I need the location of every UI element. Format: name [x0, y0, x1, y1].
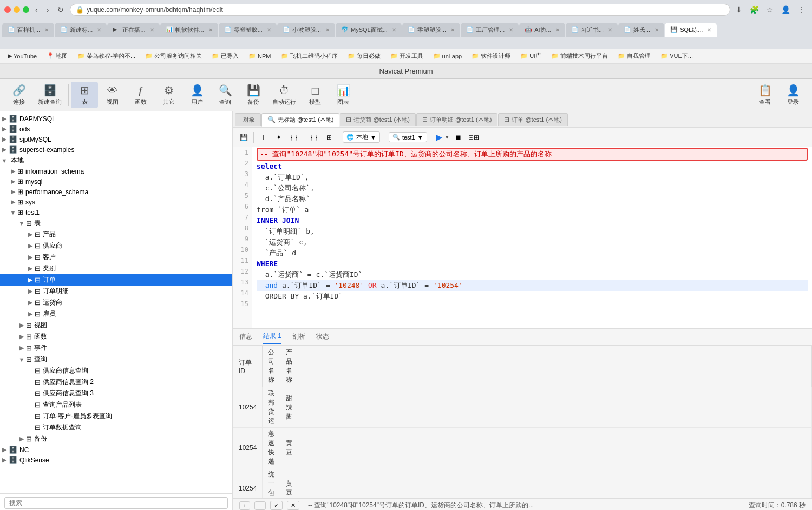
run-dropdown-btn[interactable]: ▼ — [444, 134, 450, 140]
tab-close-btn[interactable]: ✕ — [392, 27, 396, 33]
result-row[interactable]: 10254统一包裹黄豆 — [233, 468, 812, 499]
toolbar-item-用户[interactable]: 👤用户 — [184, 82, 211, 108]
bookmark-item[interactable]: 📁VUE下... — [657, 51, 696, 61]
sidebar-tree-item[interactable]: ⊟订单-客户-雇员多表查询 — [0, 410, 232, 422]
result-table-wrap[interactable]: 订单ID公司名称产品名称10254联邦货运甜辣酱10254急速快递黄豆10254… — [233, 345, 812, 498]
sidebar-tree-item[interactable]: ▶🗄️QlikSense — [0, 455, 232, 465]
sidebar-tree-item[interactable]: ▶⊞sys — [0, 197, 232, 207]
tab-close-btn[interactable]: ✕ — [325, 27, 330, 33]
toolbar-item-图表[interactable]: 📊图表 — [330, 82, 357, 108]
text-btn[interactable]: T — [257, 131, 270, 144]
sidebar-tree-item[interactable]: ▶⊟运货商 — [0, 297, 232, 308]
download-btn[interactable]: ⬇ — [734, 4, 744, 15]
db-selector[interactable]: 🔍 test1 ▼ — [389, 132, 427, 142]
sidebar-tree-item[interactable]: ▶⊞函数 — [0, 331, 232, 342]
bookmark-item[interactable]: 📁每日必做 — [344, 51, 384, 61]
content-tab[interactable]: ⊟订单明细 @test1 (本地) — [416, 113, 497, 126]
sidebar-tree-item[interactable]: ▶⊞mysql — [0, 176, 232, 187]
browser-tab[interactable]: ▶正在播...✕ — [107, 23, 159, 37]
toolbar-item-表[interactable]: ⊞表 — [71, 82, 98, 108]
browser-tab[interactable]: 📄零塑塑胶...✕ — [219, 23, 277, 37]
browser-tab[interactable]: 💾SQL练...✕ — [665, 23, 717, 37]
sidebar-tree-item[interactable]: ▼本地 — [0, 155, 232, 166]
bookmark-item[interactable]: 📁菜鸟教程-学的不... — [74, 51, 139, 61]
bookmark-item[interactable]: 📁前端技术同行平台 — [548, 51, 611, 61]
run-query-btn[interactable]: ▶ — [436, 132, 442, 142]
bookmark-item[interactable]: 📁NPM — [245, 51, 274, 61]
sidebar-tree-item[interactable]: ▶⊟雇员 — [0, 308, 232, 320]
sidebar-tree-item[interactable]: ▼⊞test1 — [0, 207, 232, 217]
menu-btn[interactable]: ⋮ — [796, 4, 808, 15]
add-row-btn[interactable]: + — [239, 501, 250, 510]
maximize-window-btn[interactable] — [23, 6, 29, 13]
result-tab[interactable]: 剖析 — [292, 330, 305, 343]
tab-close-btn[interactable]: ✕ — [150, 27, 154, 33]
bookmark-item[interactable]: 📍地图 — [43, 51, 71, 61]
browser-tab[interactable]: 📄工厂管理...✕ — [461, 23, 519, 37]
toolbar-item-视图[interactable]: 👁视图 — [99, 82, 126, 108]
minimize-window-btn[interactable] — [14, 6, 20, 13]
result-tab[interactable]: 状态 — [316, 330, 329, 343]
tab-close-btn[interactable]: ✕ — [44, 27, 49, 33]
address-bar[interactable]: 🔒 yuque.com/monkey-omrun/bdhtqm/haqhtm/e… — [70, 4, 730, 16]
result-row[interactable]: 10254急速快递黄豆 — [233, 428, 812, 468]
sidebar-tree-item[interactable]: ▶⊟订单明细 — [0, 286, 232, 297]
bookmark-item[interactable]: 📁UI库 — [517, 51, 545, 61]
sidebar-tree-item[interactable]: ▼⊞查询 — [0, 354, 232, 365]
save-query-btn[interactable]: 💾 — [237, 131, 250, 144]
browser-tab[interactable]: 🐬MySQL面试...✕ — [336, 23, 402, 37]
content-tab[interactable]: 🔍无标题 @test1 (本地) — [261, 113, 339, 127]
back-button[interactable]: ‹ — [32, 4, 41, 15]
sidebar-tree-item[interactable]: ▶⊟订单 — [0, 274, 232, 286]
bracket-btn[interactable]: { } — [287, 131, 300, 144]
tab-close-btn[interactable]: ✕ — [267, 27, 271, 33]
bookmark-item[interactable]: 📁开发工具 — [387, 51, 427, 61]
sidebar-tree-item[interactable]: ⊟供应商信息查询 3 — [0, 388, 232, 399]
tab-close-btn[interactable]: ✕ — [555, 27, 560, 33]
table-btn[interactable]: ⊞ — [323, 131, 336, 144]
bookmark-item[interactable]: 📁飞机二维码小程序 — [278, 51, 341, 61]
bookmark-item[interactable]: 📁自我管理 — [614, 51, 654, 61]
remove-row-btn[interactable]: − — [254, 501, 265, 510]
sidebar-tree-item[interactable]: ⊟订单数据查询 — [0, 422, 232, 433]
format-btn[interactable]: ✦ — [272, 131, 285, 144]
sidebar-tree-item[interactable]: ▶⊞备份 — [0, 433, 232, 445]
bookmark-item[interactable]: 📁软件设计师 — [468, 51, 514, 61]
toolbar-item-查询[interactable]: 🔍查询 — [212, 82, 239, 108]
browser-tab[interactable]: 📊帆软软件...✕ — [160, 23, 218, 37]
content-tab[interactable]: ⊟订单 @test1 (本地) — [498, 113, 567, 126]
browser-tab[interactable]: 📄百样机...✕ — [2, 23, 54, 37]
tab-close-btn[interactable]: ✕ — [654, 27, 659, 33]
env-selector[interactable]: 🌐 本地 ▼ — [343, 131, 380, 143]
browser-tab[interactable]: 📄姓氏...✕ — [618, 23, 664, 37]
toolbar-item-函数[interactable]: ƒ函数 — [127, 82, 154, 108]
content-tab[interactable]: 对象 — [235, 113, 261, 126]
sidebar-tree-item[interactable]: ▶🗄️ods — [0, 124, 232, 134]
profile-btn[interactable]: 👤 — [779, 4, 793, 15]
bookmark-item[interactable]: ▶YouTube — [4, 51, 40, 61]
sidebar-tree-item[interactable]: ▶⊟类别 — [0, 263, 232, 274]
toolbar-item-新建查询[interactable]: 🗄️新建查询 — [34, 82, 66, 108]
tab-close-btn[interactable]: ✕ — [509, 27, 513, 33]
bookmark-item[interactable]: 📁公司服务访问相关 — [142, 51, 205, 61]
bookmark-btn[interactable]: ☆ — [764, 4, 776, 15]
sidebar-tree-item[interactable]: ▶⊟客户 — [0, 251, 232, 263]
editor-content[interactable]: -- 查询"10248"和"10254"号订单的订单ID、运货商的公司名称、订单… — [252, 147, 812, 328]
sidebar-tree-item[interactable]: ⊟查询产品列表 — [0, 399, 232, 410]
browser-tab[interactable]: 📄新建标...✕ — [55, 23, 107, 37]
tab-close-btn[interactable]: ✕ — [208, 27, 213, 33]
tab-close-btn[interactable]: ✕ — [608, 27, 612, 33]
sidebar-tree-item[interactable]: ▼⊞表 — [0, 217, 232, 229]
sidebar-tree-item[interactable]: ⊟供应商信息查询 — [0, 365, 232, 376]
toolbar-item-自动运行[interactable]: ⏱自动运行 — [268, 82, 300, 108]
sidebar-tree-item[interactable]: ▶⊞information_schema — [0, 166, 232, 176]
result-tab[interactable]: 信息 — [239, 330, 252, 343]
browser-tab[interactable]: 🤖AI协...✕ — [519, 23, 565, 37]
toolbar-item-查看[interactable]: 📋查看 — [751, 82, 778, 108]
forward-button[interactable]: › — [44, 4, 52, 15]
sidebar-tree-item[interactable]: ▶⊟产品 — [0, 229, 232, 240]
bookmark-item[interactable]: 📁uni-app — [430, 51, 466, 61]
sidebar-tree-item[interactable]: ▶🗄️superset-examples — [0, 144, 232, 155]
toolbar-item-连接[interactable]: 🔗连接 — [5, 82, 32, 108]
sidebar-tree-item[interactable]: ▶🗄️NC — [0, 445, 232, 455]
